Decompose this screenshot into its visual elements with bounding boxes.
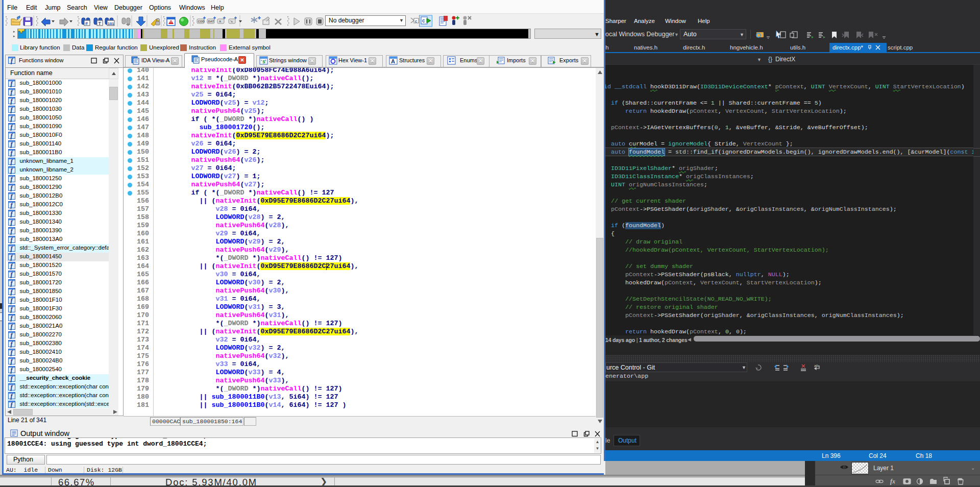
svg-text:#: # — [85, 21, 88, 26]
svg-text:c: c — [422, 18, 425, 23]
svg-text:DAT: DAT — [208, 20, 214, 23]
svg-text:A: A — [391, 58, 395, 64]
svg-text:c: c — [415, 19, 417, 23]
svg-text:'s: 's — [230, 20, 233, 23]
svg-text:COD: COD — [198, 20, 205, 23]
svg-text:101: 101 — [108, 21, 114, 26]
svg-text:T: T — [99, 21, 102, 26]
svg-text:fx: fx — [890, 478, 895, 485]
svg-text:A: A — [219, 20, 222, 23]
svg-text:’: ’ — [265, 59, 266, 64]
